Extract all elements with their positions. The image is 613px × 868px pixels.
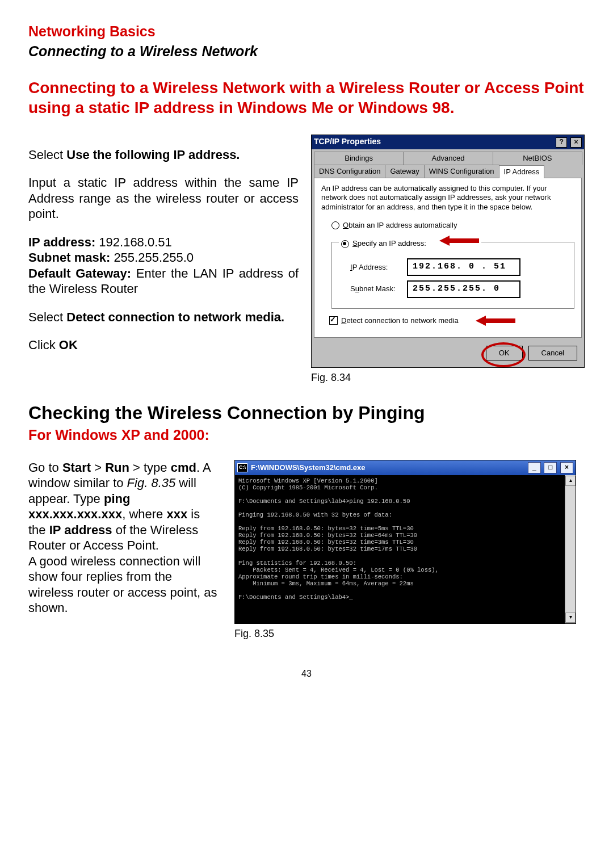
label-subnet-mask: Subnet mask:	[28, 250, 114, 265]
cmd-window-figure: C:\ F:\WINDOWS\System32\cmd.exe _ □ × Mi…	[234, 460, 576, 640]
scrollbar[interactable]: ▴ ▾	[565, 475, 576, 623]
tab-advanced[interactable]: Advanced	[403, 152, 493, 165]
ping-instructions: Go to Start > Run > type cmd. A window s…	[28, 460, 219, 616]
cmd-title-text: F:\WINDOWS\System32\cmd.exe	[251, 463, 366, 472]
label-subnet-mask-field: Subnet Mask:	[350, 284, 407, 293]
tab-dns-configuration[interactable]: DNS Configuration	[314, 165, 385, 178]
cancel-button[interactable]: Cancel	[528, 346, 577, 360]
maximize-button[interactable]: □	[544, 462, 557, 473]
tab-gateway[interactable]: Gateway	[385, 165, 424, 178]
instruction-click-ok: Click OK	[28, 337, 299, 353]
section-title: Networking Basics	[28, 23, 585, 40]
dialog-title: TCP/IP Properties	[314, 137, 381, 147]
svg-marker-1	[476, 316, 515, 326]
subheading-xp-2000: For Windows XP and 2000:	[28, 426, 585, 444]
value-ip-address: 192.168.0.51	[99, 235, 171, 249]
instruction-input-static: Input a static IP address within the sam…	[28, 175, 299, 222]
scroll-up-button[interactable]: ▴	[565, 476, 576, 486]
cmd-window: C:\ F:\WINDOWS\System32\cmd.exe _ □ × Mi…	[234, 460, 576, 624]
heading-connecting-static-ip: Connecting to a Wireless Network with a …	[28, 78, 585, 118]
minimize-button[interactable]: _	[528, 462, 541, 473]
value-subnet-mask: 255.255.255.0	[114, 250, 194, 265]
tcpip-dialog-figure: TCP/IP Properties ? × Bindings Advanced …	[311, 135, 585, 384]
arrow-icon	[476, 316, 515, 326]
tab-netbios[interactable]: NetBIOS	[493, 152, 582, 165]
instruction-select-ip: Select Use the following IP address.	[28, 147, 299, 163]
tab-wins-configuration[interactable]: WINS Configuration	[424, 165, 499, 178]
help-button[interactable]: ?	[556, 137, 567, 148]
tab-bindings[interactable]: Bindings	[314, 152, 404, 165]
cmd-output: Microsoft Windows XP [Version 5.1.2600] …	[235, 475, 565, 623]
info-text: An IP address can be automatically assig…	[321, 184, 574, 212]
label-ip-address-field: IP Address:	[350, 263, 407, 272]
label-ip-address: IP address:	[28, 235, 99, 249]
input-ip-address[interactable]: 192.168. 0 . 51	[407, 258, 520, 276]
close-button[interactable]: ×	[570, 137, 582, 148]
ip-settings-block: IP address: 192.168.0.51 Subnet mask: 25…	[28, 234, 299, 297]
radio-specify-ip[interactable]: Specify an IP address:	[339, 236, 481, 248]
section-subtitle: Connecting to a Wireless Network	[28, 43, 585, 60]
checkbox-detect-media-label: Detect connection to network media	[341, 316, 459, 325]
arrow-icon	[439, 236, 479, 246]
instruction-detect-connection: Select Detect connection to network medi…	[28, 309, 299, 325]
tab-ip-address[interactable]: IP Address	[499, 165, 545, 178]
tcpip-properties-dialog: TCP/IP Properties ? × Bindings Advanced …	[311, 135, 585, 368]
cmd-icon: C:\	[237, 463, 247, 472]
ok-button[interactable]: OK	[486, 346, 523, 360]
heading-checking-pinging: Checking the Wireless Connection by Ping…	[28, 401, 585, 424]
checkbox-detect-media[interactable]	[329, 316, 338, 325]
input-subnet-mask[interactable]: 255.255.255. 0	[407, 280, 520, 298]
figure-label-834: Fig. 8.34	[311, 371, 585, 384]
scroll-down-button[interactable]: ▾	[565, 613, 576, 623]
close-button[interactable]: ×	[560, 462, 573, 473]
page-number: 43	[28, 668, 585, 680]
figure-label-835: Fig. 8.35	[234, 627, 576, 640]
label-default-gateway: Default Gateway:	[28, 266, 136, 280]
svg-marker-0	[439, 236, 479, 246]
radio-obtain-auto[interactable]: Obtain an IP address automatically	[331, 221, 574, 230]
